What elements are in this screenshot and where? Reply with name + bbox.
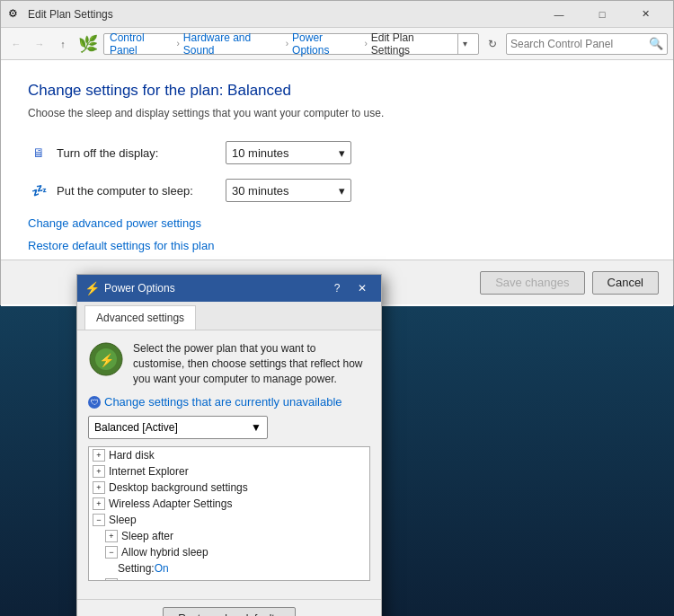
change-settings-link[interactable]: Change settings that are currently unava…: [104, 395, 342, 409]
tree-label: Desktop background settings: [109, 481, 248, 494]
monitor-icon: 🖥: [28, 142, 49, 163]
dialog-restore-footer: Restore plan defaults: [77, 599, 381, 616]
tree-label: Allow hybrid sleep: [121, 546, 208, 559]
back-button[interactable]: ←: [6, 34, 26, 54]
tree-label: Internet Explorer: [109, 465, 189, 478]
restore-plan-defaults-button[interactable]: Restore plan defaults: [163, 607, 295, 616]
nav-icon: 🌿: [78, 34, 98, 54]
tree-label: Sleep: [109, 514, 137, 526]
sleep-setting-row: 💤 Put the computer to sleep: 30 minutes …: [28, 179, 646, 202]
refresh-button[interactable]: ↻: [483, 34, 502, 54]
window-title: Edit Plan Settings: [28, 8, 538, 21]
power-options-dialog: ⚡ Power Options ? ✕ Advanced settings ⚡ …: [76, 274, 382, 616]
expand-icon[interactable]: −: [105, 546, 118, 559]
search-box: 🔍: [506, 33, 668, 55]
expand-icon[interactable]: +: [93, 497, 105, 510]
dialog-help-button[interactable]: ?: [325, 279, 349, 297]
tree-item-desktop-background[interactable]: + Desktop background settings: [89, 480, 369, 496]
tree-label: Wireless Adapter Settings: [109, 497, 232, 510]
tree-item-hibernate-after[interactable]: + Hibernate after: [89, 576, 369, 581]
cancel-button[interactable]: Cancel: [592, 271, 659, 295]
tree-item-hybrid-setting[interactable]: Setting: On: [89, 560, 369, 576]
expand-icon[interactable]: −: [93, 514, 105, 526]
breadcrumb-bar: Control Panel › Hardware and Sound › Pow…: [103, 33, 479, 55]
tree-label: Setting:: [118, 562, 155, 575]
breadcrumb-hardware[interactable]: Hardware and Sound: [183, 31, 282, 57]
tree-item-sleep-after[interactable]: + Sleep after: [89, 528, 369, 544]
expand-icon[interactable]: +: [93, 481, 105, 494]
search-input[interactable]: [510, 38, 649, 50]
page-title: Change settings for the plan: Balanced: [28, 82, 646, 100]
tab-advanced-settings[interactable]: Advanced settings: [84, 305, 196, 330]
display-setting-row: 🖥 Turn off the display: 10 minutes ▾: [28, 141, 646, 164]
restore-defaults-link[interactable]: Restore default settings for this plan: [28, 239, 214, 252]
title-bar: ⚙ Edit Plan Settings — □ ✕: [1, 1, 673, 28]
restore-link-row: Restore default settings for this plan: [28, 239, 646, 252]
breadcrumb-control-panel[interactable]: Control Panel: [110, 31, 173, 57]
dialog-controls: ? ✕: [325, 279, 374, 297]
page-subtitle: Choose the sleep and display settings th…: [28, 107, 646, 119]
search-button[interactable]: 🔍: [649, 37, 663, 50]
dialog-description-area: ⚡ Select the power plan that you want to…: [88, 341, 370, 386]
window-icon: ⚙: [8, 7, 22, 22]
up-button[interactable]: ↑: [53, 34, 73, 54]
expand-icon[interactable]: +: [105, 578, 118, 581]
breadcrumb-power-options[interactable]: Power Options: [292, 31, 360, 57]
sleep-dropdown[interactable]: 30 minutes ▾: [226, 179, 351, 202]
close-button[interactable]: ✕: [625, 4, 666, 25]
expand-icon[interactable]: +: [105, 530, 118, 542]
tree-label: Sleep after: [121, 530, 173, 542]
tree-item-sleep[interactable]: − Sleep: [89, 512, 369, 528]
change-link-row: 🛡 Change settings that are currently una…: [88, 395, 370, 409]
tree-label: Hibernate after: [121, 578, 192, 581]
dialog-content: ⚡ Select the power plan that you want to…: [77, 330, 381, 599]
dialog-title-bar: ⚡ Power Options ? ✕: [77, 275, 381, 302]
advanced-settings-link[interactable]: Change advanced power settings: [28, 216, 201, 230]
forward-button[interactable]: →: [30, 34, 49, 54]
advanced-link-row: Change advanced power settings: [28, 216, 646, 230]
maximize-button[interactable]: □: [581, 4, 623, 25]
shield-icon: 🛡: [88, 396, 101, 409]
address-bar: ← → ↑ 🌿 Control Panel › Hardware and Sou…: [1, 28, 673, 60]
dialog-tabs: Advanced settings: [77, 302, 381, 330]
sleep-icon: 💤: [28, 180, 49, 201]
tree-label: Hard disk: [109, 449, 155, 462]
breadcrumb-current: Edit Plan Settings: [371, 31, 454, 57]
power-options-icon: ⚡: [88, 341, 124, 377]
expand-icon[interactable]: +: [93, 465, 105, 478]
minimize-button[interactable]: —: [538, 4, 580, 25]
dialog-description-text: Select the power plan that you want to c…: [133, 341, 370, 386]
tree-item-hybrid-sleep[interactable]: − Allow hybrid sleep: [89, 544, 369, 560]
dialog-title: Power Options: [104, 282, 325, 295]
display-dropdown[interactable]: 10 minutes ▾: [226, 141, 351, 164]
dialog-close-button[interactable]: ✕: [350, 279, 374, 297]
tree-item-internet-explorer[interactable]: + Internet Explorer: [89, 463, 369, 480]
breadcrumb-dropdown-button[interactable]: ▾: [457, 33, 473, 55]
plan-dropdown[interactable]: Balanced [Active] ▼: [88, 416, 268, 439]
save-changes-button[interactable]: Save changes: [480, 271, 584, 295]
tree-item-wireless-adapter[interactable]: + Wireless Adapter Settings: [89, 496, 369, 512]
dialog-icon: ⚡: [84, 281, 99, 295]
tree-item-hard-disk[interactable]: + Hard disk: [89, 447, 369, 463]
sleep-label: 💤 Put the computer to sleep:: [28, 180, 226, 201]
settings-tree[interactable]: + Hard disk + Internet Explorer + Deskto…: [88, 446, 370, 581]
window-controls: — □ ✕: [538, 4, 666, 25]
expand-icon[interactable]: +: [93, 449, 105, 462]
tree-value: On: [155, 562, 169, 575]
main-window: ⚙ Edit Plan Settings — □ ✕ ← → ↑ 🌿 Contr…: [0, 0, 674, 305]
svg-text:⚡: ⚡: [99, 353, 115, 368]
display-label: 🖥 Turn off the display:: [28, 142, 226, 163]
